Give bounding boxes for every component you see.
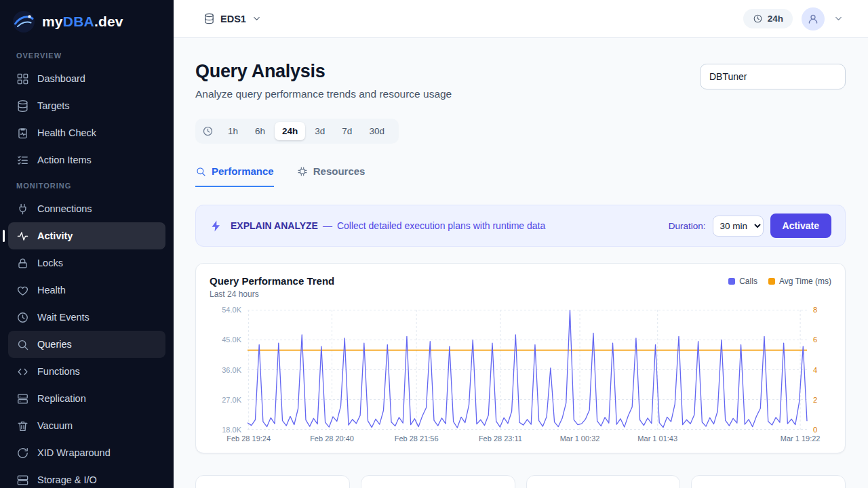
range-button-7d[interactable]: 7d (334, 122, 359, 140)
clock-icon (16, 311, 29, 324)
server-selector[interactable]: EDS1 (203, 13, 262, 24)
sidebar-item-label: Health (37, 285, 66, 296)
x-axis-tick: Feb 28 19:24 (226, 434, 271, 443)
sidebar-item-queries[interactable]: Queries (8, 331, 165, 358)
chart-title: Query Performance Trend (210, 275, 334, 287)
sidebar-item-health[interactable]: Health (8, 277, 165, 304)
x-axis-tick: Mar 1 19:22 (781, 434, 821, 443)
tab-resources[interactable]: Resources (297, 165, 366, 187)
sidebar: myDBA.dev OVERVIEWDashboardTargetsHealth… (0, 0, 174, 488)
sidebar-nav: OVERVIEWDashboardTargetsHealth CheckActi… (0, 52, 174, 488)
user-avatar[interactable] (802, 7, 825, 30)
range-button-30d[interactable]: 30d (361, 122, 392, 140)
legend-label: Calls (739, 277, 757, 286)
tab-performance[interactable]: Performance (195, 165, 274, 187)
range-button-6h[interactable]: 6h (248, 122, 273, 140)
topbar-right: 24h (743, 7, 844, 30)
tabs: PerformanceResources (195, 165, 846, 187)
chart-legend: CallsAvg Time (ms) (728, 275, 831, 286)
summary-card (691, 475, 846, 488)
summary-card (361, 475, 515, 488)
user-icon (807, 13, 819, 25)
chart-card: Query Performance Trend Last 24 hours Ca… (195, 263, 846, 453)
clock-icon (753, 14, 763, 24)
x-axis-tick: Mar 1 01:43 (637, 434, 677, 443)
y-axis-left: 54.0K45.0K36.0K27.0K18.0K (210, 310, 248, 430)
sidebar-item-label: Vacuum (37, 420, 73, 431)
x-axis-tick: Feb 28 21:56 (395, 434, 439, 443)
y-axis-right-tick: 2 (813, 396, 817, 404)
time-range-selector: 1h6h24h3d7d30d (195, 119, 399, 144)
page-title: Query Analysis (195, 61, 452, 82)
y-axis-left-tick: 36.0K (222, 366, 241, 374)
legend-item-avg-time-ms: Avg Time (ms) (768, 277, 831, 286)
database-icon (16, 100, 29, 113)
range-button-3d[interactable]: 3d (307, 122, 332, 140)
sidebar-item-label: Connections (37, 203, 92, 214)
explain-actions: Duration: 30 min Activate (669, 214, 831, 238)
chart-subtitle: Last 24 hours (210, 289, 334, 299)
sidebar-item-functions[interactable]: Functions (8, 358, 165, 385)
time-badge[interactable]: 24h (743, 9, 793, 28)
user-menu-chevron-icon[interactable] (833, 14, 844, 24)
bolt-icon (210, 220, 222, 232)
sidebar-item-label: Action Items (37, 155, 92, 165)
x-axis: Feb 28 19:24Feb 28 20:40Feb 28 21:56Feb … (248, 434, 807, 445)
sidebar-item-label: Queries (37, 339, 72, 350)
page-subtitle: Analyze query performance trends and res… (195, 88, 452, 100)
duration-select[interactable]: 30 min (713, 216, 764, 237)
sidebar-item-storage-i-o[interactable]: Storage & I/O (8, 466, 165, 488)
y-axis-left-tick: 54.0K (222, 306, 241, 314)
activate-button[interactable]: Activate (770, 214, 831, 238)
search-icon (195, 166, 206, 177)
action-items-icon (16, 154, 29, 167)
tab-label: Resources (313, 165, 366, 177)
time-badge-label: 24h (768, 14, 783, 24)
y-axis-left-tick: 45.0K (222, 336, 241, 344)
summary-card (526, 475, 681, 488)
brand-dba: DBA (63, 14, 94, 29)
activity-icon (16, 230, 29, 243)
database-icon (203, 13, 215, 24)
sidebar-item-targets[interactable]: Targets (8, 92, 165, 119)
sidebar-item-activity[interactable]: Activity (8, 222, 165, 249)
chevron-down-icon (252, 14, 262, 24)
sidebar-item-vacuum[interactable]: Vacuum (8, 412, 165, 439)
clock-icon (753, 14, 763, 24)
heart-icon (16, 284, 29, 297)
trash-icon (16, 420, 29, 432)
database-icon (203, 13, 215, 24)
y-axis-right-tick: 0 (813, 426, 817, 434)
sidebar-item-wait-events[interactable]: Wait Events (8, 304, 165, 331)
bolt-icon (210, 220, 222, 232)
sidebar-item-label: Storage & I/O (37, 474, 97, 485)
sidebar-item-health-check[interactable]: Health Check (8, 119, 165, 146)
explain-description: Collect detailed execution plans with ru… (337, 220, 545, 231)
topbar: EDS1 24h (174, 0, 868, 38)
y-axis-right: 86420 (807, 310, 831, 430)
summary-cards-row (195, 475, 846, 488)
dbtuner-selector[interactable]: DBTuner (700, 64, 846, 89)
chart-plot (248, 310, 807, 430)
sidebar-item-label: XID Wraparound (37, 447, 111, 458)
range-button-24h[interactable]: 24h (275, 122, 305, 140)
sidebar-item-replication[interactable]: Replication (8, 385, 165, 412)
y-axis-left-tick: 27.0K (222, 396, 241, 404)
clock-icon (202, 125, 214, 137)
legend-swatch (768, 278, 775, 285)
storage-icon (16, 474, 29, 487)
duration-label: Duration: (669, 221, 706, 231)
sidebar-item-action-items[interactable]: Action Items (8, 146, 165, 174)
wraparound-icon (16, 447, 29, 460)
explain-title: EXPLAIN ANALYZE (231, 220, 318, 231)
sidebar-item-connections[interactable]: Connections (8, 195, 165, 222)
sidebar-item-locks[interactable]: Locks (8, 249, 165, 277)
explain-separator: — (323, 220, 332, 231)
sidebar-item-xid-wraparound[interactable]: XID Wraparound (8, 439, 165, 466)
range-button-1h[interactable]: 1h (220, 122, 245, 140)
sidebar-section-label: MONITORING (16, 182, 157, 190)
app-logo[interactable]: myDBA.dev (0, 0, 174, 43)
app-logo-icon (12, 10, 35, 33)
y-axis-right-tick: 6 (813, 336, 817, 344)
sidebar-item-dashboard[interactable]: Dashboard (8, 65, 165, 92)
